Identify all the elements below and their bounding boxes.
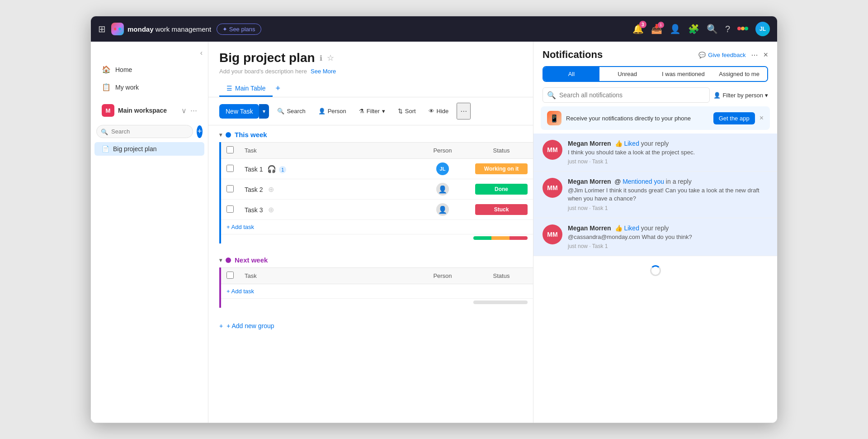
color-dots — [737, 24, 748, 34]
status-summary-bar — [473, 236, 528, 240]
people-button[interactable]: 👤 — [670, 24, 681, 34]
notif-item[interactable]: MM Megan Morren 👍 Liked your reply I thi… — [533, 134, 777, 172]
notifications-panel: Notifications 💬 Give feedback ··· × All … — [533, 42, 777, 423]
see-more-link[interactable]: See More — [311, 68, 336, 75]
status-badge: Stuck — [475, 204, 528, 215]
person-toolbar-button[interactable]: 👤 Person — [314, 105, 351, 117]
status-cell[interactable]: Done — [470, 179, 533, 200]
status-cell[interactable]: Stuck — [470, 200, 533, 220]
board-info-icon[interactable]: ℹ — [320, 54, 322, 62]
tab-add-button[interactable]: + — [273, 80, 283, 97]
person-cell[interactable]: 👤 — [415, 200, 470, 220]
filter-by-person-button[interactable]: 👤 Filter by person ▾ — [713, 92, 768, 99]
board-title: Big project plan — [219, 51, 315, 65]
status-cell[interactable]: Working on it — [470, 159, 533, 179]
workspace-more-icon[interactable]: ··· — [190, 106, 197, 115]
search-button[interactable]: 🔍 — [707, 24, 718, 34]
add-subscriber-icon[interactable]: ⊕ — [268, 186, 274, 193]
user-avatar[interactable]: JL — [755, 22, 770, 36]
select-all-checkbox[interactable] — [226, 146, 234, 153]
group-this-week-header[interactable]: ▾ This week — [208, 125, 533, 142]
task-name-cell[interactable]: Task 3 ⊕ — [239, 200, 415, 220]
sidebar-add-button[interactable]: + — [197, 125, 203, 138]
see-plans-button[interactable]: ✦ See plans — [217, 24, 261, 35]
sidebar-search-input[interactable] — [96, 125, 193, 138]
task-checkbox[interactable] — [226, 185, 234, 192]
notif-tab-unread[interactable]: Unread — [599, 67, 656, 81]
notif-close-button[interactable]: × — [763, 50, 768, 60]
notif-tab-assigned[interactable]: Assigned to me — [711, 67, 767, 81]
table-area: ▾ This week Task Person Status — [208, 125, 533, 423]
inbox-button[interactable]: 📥 1 — [651, 24, 662, 34]
task-name-cell[interactable]: Task 1 🎧 1 — [239, 159, 415, 179]
notif-content: Megan Morren 👍 Liked your reply @cassand… — [568, 224, 768, 249]
sidebar-board-label: Big project plan — [113, 145, 157, 153]
tab-main-table[interactable]: ☰ Main Table — [219, 81, 273, 97]
my-work-icon: 📋 — [102, 83, 111, 91]
add-task-row-next[interactable]: + Add task — [221, 284, 533, 299]
add-task-row[interactable]: + Add task — [221, 220, 533, 234]
sidebar-workspace[interactable]: M Main workspace ∨ ··· — [94, 100, 204, 121]
sort-toolbar-button[interactable]: ⇅ Sort — [393, 105, 420, 117]
task-name-cell[interactable]: Task 2 ⊕ — [239, 179, 415, 200]
add-task-cell[interactable]: + Add task — [221, 220, 533, 234]
person-avatar-empty: 👤 — [436, 183, 449, 196]
select-all-checkbox-next[interactable] — [226, 272, 234, 279]
sidebar-item-my-work[interactable]: 📋 My work — [94, 79, 204, 95]
liked-icon: 👍 — [615, 140, 623, 147]
add-group-row[interactable]: + + Add new group — [208, 315, 533, 337]
table-row: Task 3 ⊕ 👤 Stuck — [221, 200, 533, 220]
new-task-dropdown-button[interactable]: ▾ — [259, 104, 269, 119]
logo-text: monday work management — [127, 25, 211, 33]
notif-more-button[interactable]: ··· — [751, 50, 758, 60]
grid-menu-button[interactable]: ⊞ — [98, 24, 106, 34]
workspace-name: Main workspace — [118, 107, 178, 114]
spinner — [650, 265, 661, 276]
filter-toolbar-button[interactable]: ⚗ Filter ▾ — [354, 105, 390, 117]
add-task-cell-next[interactable]: + Add task — [221, 284, 533, 299]
sort-toolbar-icon: ⇅ — [398, 108, 403, 115]
help-button[interactable]: ? — [725, 24, 730, 34]
task-checkbox[interactable] — [226, 205, 234, 213]
notif-item[interactable]: MM Megan Morren 👍 Liked your reply @cass… — [533, 218, 777, 256]
task-name: Task 2 — [245, 186, 263, 193]
table-header-row: Task Person Status — [221, 268, 533, 284]
get-app-button[interactable]: Get the app — [713, 112, 755, 124]
this-week-table: Task Person Status Task 1 — [221, 142, 533, 234]
promo-close-button[interactable]: × — [760, 114, 764, 122]
toolbar-more-button[interactable]: ··· — [457, 103, 471, 119]
notif-meta: just now · Task 1 — [568, 158, 768, 165]
add-subscriber-icon[interactable]: ⊕ — [268, 206, 274, 214]
group-next-week-header[interactable]: ▾ Next week — [208, 251, 533, 267]
sidebar-board-item-big-project[interactable]: 📄 Big project plan — [94, 142, 204, 156]
notif-tab-all[interactable]: All — [543, 67, 599, 81]
notif-avatar: MM — [542, 140, 562, 160]
svg-point-4 — [741, 27, 745, 30]
task-checkbox[interactable] — [226, 165, 234, 172]
notifications-button[interactable]: 🔔 3 — [632, 24, 644, 34]
person-cell[interactable]: 👤 — [415, 179, 470, 200]
puzzle-button[interactable]: 🧩 — [688, 24, 699, 34]
sidebar-collapse-button[interactable]: ‹ — [200, 49, 203, 57]
notif-tab-mentioned[interactable]: I was mentioned — [656, 67, 712, 81]
person-cell[interactable]: JL — [415, 159, 470, 179]
notif-content: Megan Morren 👍 Liked your reply I think … — [568, 140, 768, 165]
sidebar-my-work-label: My work — [115, 84, 139, 91]
filter-chevron-icon: ▾ — [382, 108, 385, 115]
filter-chevron-icon: ▾ — [765, 92, 768, 99]
notif-item[interactable]: MM Megan Morren @ Mentioned you in a rep… — [533, 172, 777, 218]
notif-action-suffix: your reply — [641, 224, 669, 232]
sidebar-item-home[interactable]: 🏠 Home — [94, 62, 204, 77]
notif-header: Notifications 💬 Give feedback ··· × — [533, 42, 777, 61]
notif-body: @cassandra@monday.com What do you think? — [568, 233, 768, 241]
task-col-header: Task — [239, 143, 415, 159]
table-header-row: Task Person Status — [221, 143, 533, 159]
search-toolbar-button[interactable]: 🔍 Search — [273, 105, 310, 117]
person-avatar: JL — [436, 162, 449, 175]
hide-toolbar-button[interactable]: 👁 Hide — [424, 105, 453, 117]
liked-icon-2: 👍 — [615, 224, 623, 232]
new-task-button[interactable]: New Task — [219, 104, 259, 119]
board-star-icon[interactable]: ☆ — [327, 53, 334, 63]
notif-feedback-button[interactable]: 💬 Give feedback — [698, 52, 745, 58]
notif-search-input[interactable] — [542, 87, 710, 103]
